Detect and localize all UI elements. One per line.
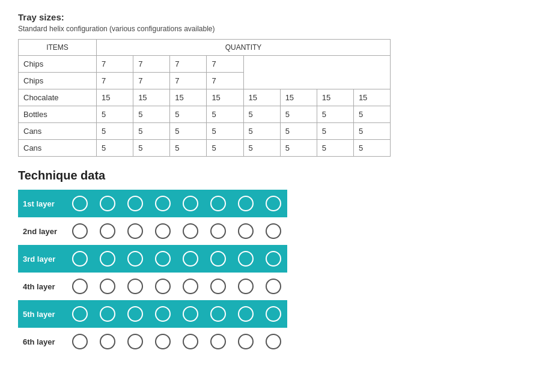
layer-row: 3rd layer bbox=[18, 245, 287, 273]
table-cell-qty: 7 bbox=[97, 73, 133, 89]
circle-icon bbox=[210, 196, 226, 211]
circle-icon bbox=[100, 279, 115, 294]
table-cell-qty: 5 bbox=[353, 106, 390, 123]
circle-cell bbox=[66, 328, 94, 355]
table-cell-qty: 5 bbox=[133, 140, 170, 157]
circle-icon bbox=[155, 196, 171, 211]
circle-icon bbox=[210, 279, 226, 294]
table-cell-item: Cans bbox=[19, 123, 97, 140]
circle-icon bbox=[100, 251, 115, 267]
table-row: Chips7777 bbox=[19, 73, 391, 89]
circle-icon bbox=[127, 334, 143, 349]
circle-icon bbox=[238, 223, 254, 239]
table-cell-qty: 7 bbox=[133, 73, 170, 89]
table-cell-qty: 5 bbox=[243, 106, 280, 123]
circle-icon bbox=[266, 223, 281, 239]
table-cell-qty: 5 bbox=[280, 123, 317, 140]
circle-cell bbox=[121, 245, 149, 273]
circle-icon bbox=[183, 196, 198, 211]
circle-cell bbox=[94, 300, 121, 328]
circle-icon bbox=[72, 196, 88, 211]
circle-icon bbox=[155, 306, 171, 322]
circle-cell bbox=[121, 217, 149, 245]
circle-icon bbox=[72, 279, 88, 294]
circle-cell bbox=[94, 273, 121, 300]
circle-icon bbox=[238, 196, 254, 211]
circle-cell bbox=[177, 273, 204, 300]
table-cell-item: Bottles bbox=[19, 106, 97, 123]
table-cell-qty: 5 bbox=[207, 123, 243, 140]
table-cell-qty: 5 bbox=[97, 140, 133, 157]
circle-cell bbox=[94, 190, 121, 217]
table-cell-qty: 5 bbox=[280, 140, 317, 157]
table-cell-qty: 15 bbox=[207, 89, 243, 106]
circle-icon bbox=[155, 223, 171, 239]
tray-sizes-title: Tray sizes: bbox=[18, 12, 527, 22]
circle-icon bbox=[155, 334, 171, 349]
circle-cell bbox=[177, 245, 204, 273]
circle-icon bbox=[266, 279, 281, 294]
circle-cell bbox=[204, 300, 232, 328]
circle-icon bbox=[127, 251, 143, 267]
table-cell-qty: 15 bbox=[243, 89, 280, 106]
layer-label: 3rd layer bbox=[18, 245, 66, 273]
circle-cell bbox=[94, 245, 121, 273]
circle-cell bbox=[204, 190, 232, 217]
table-row: Bottles55555555 bbox=[19, 106, 391, 123]
circle-icon bbox=[127, 306, 143, 322]
layer-label: 1st layer bbox=[18, 190, 66, 217]
circle-cell bbox=[260, 245, 287, 273]
circle-cell bbox=[66, 245, 94, 273]
circle-icon bbox=[72, 223, 88, 239]
circle-cell bbox=[232, 245, 260, 273]
table-cell-qty: 5 bbox=[317, 123, 353, 140]
table-cell-item: Chocalate bbox=[19, 89, 97, 106]
circle-icon bbox=[238, 279, 254, 294]
table-row: Cans55555555 bbox=[19, 140, 391, 157]
table-cell-qty: 7 bbox=[170, 73, 207, 89]
circle-cell bbox=[121, 300, 149, 328]
table-cell-qty: 7 bbox=[207, 56, 243, 73]
circle-cell bbox=[232, 300, 260, 328]
circle-icon bbox=[183, 251, 198, 267]
table-cell-qty: 7 bbox=[133, 56, 170, 73]
table-cell-qty: 5 bbox=[280, 106, 317, 123]
circle-cell bbox=[94, 217, 121, 245]
circle-icon bbox=[100, 223, 115, 239]
table-row: Chocalate1515151515151515 bbox=[19, 89, 391, 106]
table-cell-qty: 15 bbox=[170, 89, 207, 106]
layer-label: 5th layer bbox=[18, 300, 66, 328]
circle-icon bbox=[183, 334, 198, 349]
table-row: Chips7777 bbox=[19, 56, 391, 73]
circle-cell bbox=[121, 190, 149, 217]
circle-icon bbox=[210, 251, 226, 267]
col-header-items: ITEMS bbox=[19, 40, 97, 56]
circle-icon bbox=[210, 334, 226, 349]
circle-cell bbox=[177, 217, 204, 245]
circle-icon bbox=[155, 279, 171, 294]
table-cell-qty: 5 bbox=[170, 123, 207, 140]
circle-icon bbox=[210, 223, 226, 239]
circle-cell bbox=[66, 300, 94, 328]
table-cell-qty: 5 bbox=[133, 123, 170, 140]
table-cell-qty: 7 bbox=[170, 56, 207, 73]
circle-icon bbox=[238, 251, 254, 267]
circle-cell bbox=[204, 328, 232, 355]
table-cell-qty: 15 bbox=[353, 89, 390, 106]
circle-cell bbox=[121, 328, 149, 355]
table-cell-qty: 15 bbox=[97, 89, 133, 106]
circle-cell bbox=[149, 328, 177, 355]
col-header-qty: QUANTITY bbox=[97, 40, 391, 56]
layer-row: 6th layer bbox=[18, 328, 287, 355]
table-cell-qty: 5 bbox=[317, 140, 353, 157]
circle-icon bbox=[155, 251, 171, 267]
circle-icon bbox=[183, 306, 198, 322]
circle-icon bbox=[183, 279, 198, 294]
layer-label: 2nd layer bbox=[18, 217, 66, 245]
circle-icon bbox=[238, 334, 254, 349]
circle-cell bbox=[260, 190, 287, 217]
table-cell-qty: 5 bbox=[170, 140, 207, 157]
circle-cell bbox=[149, 245, 177, 273]
circle-cell bbox=[121, 273, 149, 300]
circle-cell bbox=[177, 300, 204, 328]
